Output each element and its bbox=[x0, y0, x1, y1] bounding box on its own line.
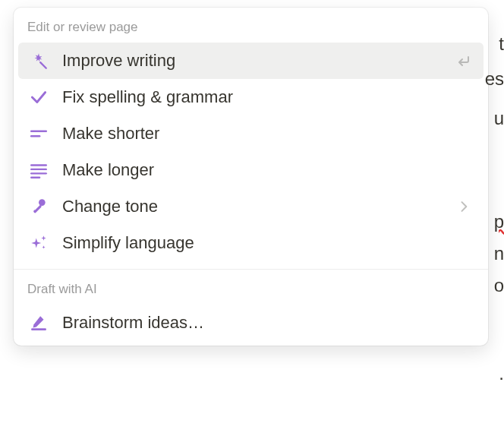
menu-item-label: Fix spelling & grammar bbox=[62, 87, 474, 107]
menu-item-make-longer[interactable]: Make longer bbox=[18, 152, 484, 188]
ai-menu-popover: Edit or review page Improve writing Fix … bbox=[14, 8, 488, 346]
background-document-fragments: t es u p n o . bbox=[487, 0, 504, 439]
menu-item-label: Simplify language bbox=[62, 233, 474, 253]
check-icon bbox=[27, 86, 50, 109]
menu-item-label: Brainstorm ideas… bbox=[62, 313, 474, 333]
svg-point-7 bbox=[39, 199, 46, 206]
return-key-icon bbox=[453, 52, 474, 70]
menu-item-make-shorter[interactable]: Make shorter bbox=[18, 115, 484, 152]
bg-text: o bbox=[494, 275, 504, 296]
bg-text: u bbox=[494, 108, 504, 129]
bg-text-misspelled: p bbox=[494, 211, 504, 232]
long-lines-icon bbox=[27, 159, 50, 182]
section-header-edit: Edit or review page bbox=[14, 8, 488, 43]
sparkle-burst-icon bbox=[27, 49, 50, 72]
bg-text: n bbox=[494, 243, 504, 264]
svg-line-0 bbox=[40, 62, 46, 68]
bg-text: t bbox=[499, 33, 504, 55]
menu-item-label: Make longer bbox=[62, 160, 474, 180]
microphone-icon bbox=[27, 195, 50, 218]
pencil-write-icon bbox=[27, 311, 50, 334]
menu-item-change-tone[interactable]: Change tone bbox=[18, 188, 484, 225]
svg-rect-8 bbox=[33, 204, 42, 213]
menu-item-fix-spelling[interactable]: Fix spelling & grammar bbox=[18, 79, 484, 115]
bg-text: . bbox=[499, 363, 504, 384]
short-lines-icon bbox=[27, 122, 50, 145]
menu-item-improve-writing[interactable]: Improve writing bbox=[18, 43, 484, 79]
menu-item-brainstorm[interactable]: Brainstorm ideas… bbox=[18, 305, 484, 341]
menu-item-simplify-language[interactable]: Simplify language bbox=[18, 225, 484, 261]
menu-item-label: Change tone bbox=[62, 197, 453, 216]
menu-item-label: Improve writing bbox=[62, 51, 453, 71]
sparkles-icon bbox=[27, 232, 50, 254]
chevron-right-icon bbox=[453, 199, 474, 214]
menu-item-label: Make shorter bbox=[62, 124, 474, 144]
section-header-draft: Draft with AI bbox=[14, 270, 488, 305]
